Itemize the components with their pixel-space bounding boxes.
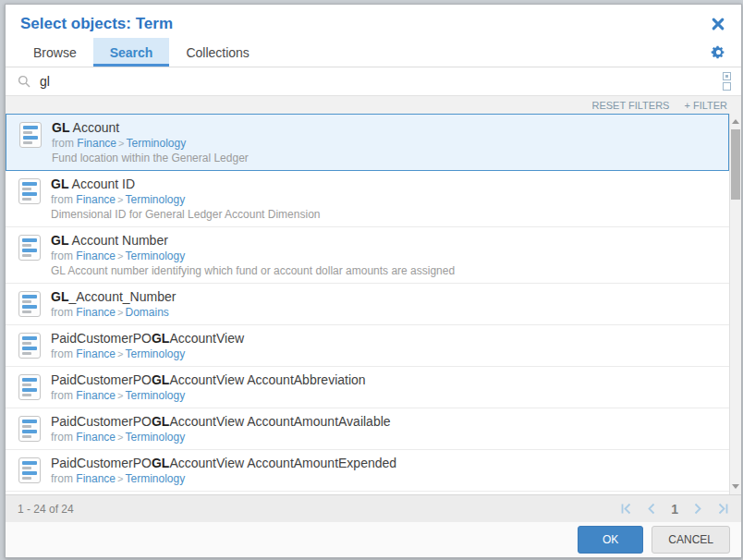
reset-filters-button[interactable]: RESET FILTERS: [591, 100, 669, 111]
dialog-title: Select objects: Term: [20, 15, 173, 33]
breadcrumb-parent-link[interactable]: Finance: [76, 472, 116, 485]
result-row[interactable]: PaidCustomerPOGLAccountView AccountBudge…: [6, 492, 729, 494]
close-icon: [712, 18, 725, 30]
result-row[interactable]: GL_Account_Number from Finance>Domains: [6, 284, 729, 325]
result-row[interactable]: GL Account from Finance>Terminology Fund…: [6, 114, 729, 171]
result-breadcrumb: from Finance>Terminology: [51, 471, 396, 486]
prev-page-icon: [647, 503, 655, 515]
scroll-up-icon[interactable]: [732, 119, 739, 124]
term-icon: [18, 178, 41, 204]
filter-bar: RESET FILTERS + FILTER: [6, 96, 741, 114]
add-filter-button[interactable]: + FILTER: [684, 100, 727, 111]
term-icon: [18, 235, 41, 261]
result-title: PaidCustomerPOGLAccountView AccountAmoun…: [51, 414, 391, 430]
breadcrumb-parent-link[interactable]: Finance: [77, 137, 116, 150]
current-page-number: 1: [671, 502, 678, 517]
term-icon: [18, 291, 41, 317]
breadcrumb-child-link[interactable]: Terminology: [126, 137, 186, 150]
result-title: GL_Account_Number: [51, 289, 176, 305]
tab-collections[interactable]: Collections: [169, 38, 265, 67]
term-icon: [18, 333, 41, 359]
search-bar: [6, 67, 741, 96]
result-breadcrumb: from Finance>Terminology: [51, 388, 366, 403]
term-icon: [19, 122, 42, 148]
result-row[interactable]: GL Account Number from Finance>Terminolo…: [6, 227, 729, 284]
first-page-icon: [620, 503, 631, 515]
prev-page-button[interactable]: [647, 503, 655, 515]
option-square-filled: [723, 72, 731, 80]
result-title: PaidCustomerPOGLAccountView AccountAmoun…: [51, 456, 396, 471]
next-page-button[interactable]: [694, 503, 702, 515]
result-description: Fund location within the General Ledger: [52, 151, 249, 165]
result-breadcrumb: from Finance>Domains: [51, 305, 176, 320]
breadcrumb-child-link[interactable]: Terminology: [125, 472, 185, 485]
last-page-icon: [718, 503, 729, 515]
results-rows: GL Account from Finance>Terminology Fund…: [6, 114, 729, 494]
breadcrumb-child-link[interactable]: Domains: [125, 306, 168, 319]
breadcrumb-parent-link[interactable]: Finance: [76, 431, 116, 444]
breadcrumb-parent-link[interactable]: Finance: [76, 306, 116, 319]
dialog-header: Select objects: Term: [6, 5, 741, 38]
cancel-button[interactable]: CANCEL: [652, 526, 730, 554]
term-icon: [18, 416, 41, 442]
search-input[interactable]: [38, 73, 723, 90]
tab-browse[interactable]: Browse: [17, 38, 93, 67]
scroll-down-icon[interactable]: [732, 484, 739, 489]
pagination-bar: 1 - 24 of 24 1: [6, 494, 741, 522]
result-title: GL Account: [52, 120, 249, 136]
select-objects-dialog: Select objects: Term Browse Search Colle…: [5, 4, 742, 558]
last-page-button[interactable]: [718, 503, 729, 515]
dialog-footer: OK CANCEL: [6, 522, 741, 557]
breadcrumb-parent-link[interactable]: Finance: [76, 389, 116, 402]
breadcrumb-child-link[interactable]: Terminology: [125, 250, 185, 262]
breadcrumb-child-link[interactable]: Terminology: [125, 389, 185, 402]
tab-bar: Browse Search Collections: [6, 38, 741, 67]
breadcrumb-parent-link[interactable]: Finance: [76, 193, 116, 206]
result-row[interactable]: PaidCustomerPOGLAccountView AccountAbbre…: [6, 367, 729, 408]
search-icon: [18, 75, 30, 88]
result-row[interactable]: PaidCustomerPOGLAccountView AccountAmoun…: [6, 408, 729, 450]
ok-button[interactable]: OK: [578, 526, 643, 554]
scrollbar-thumb[interactable]: [731, 129, 740, 200]
breadcrumb-parent-link[interactable]: Finance: [76, 250, 116, 262]
gear-icon: [711, 44, 726, 60]
tab-search[interactable]: Search: [93, 38, 170, 67]
result-row[interactable]: PaidCustomerPOGLAccountView AccountAmoun…: [6, 450, 729, 492]
term-icon: [18, 374, 41, 400]
term-icon: [18, 457, 41, 483]
result-description: GL Account number identifying which fund…: [51, 263, 455, 278]
result-breadcrumb: from Finance>Terminology: [51, 347, 244, 361]
result-breadcrumb: from Finance>Terminology: [51, 430, 391, 444]
breadcrumb-parent-link[interactable]: Finance: [76, 347, 116, 360]
option-square-empty: [723, 82, 731, 91]
settings-button[interactable]: [711, 44, 730, 60]
result-breadcrumb: from Finance>Terminology: [51, 249, 455, 263]
results-list: GL Account from Finance>Terminology Fund…: [6, 114, 741, 494]
breadcrumb-child-link[interactable]: Terminology: [125, 193, 185, 206]
first-page-button[interactable]: [620, 503, 631, 515]
result-row[interactable]: GL Account ID from Finance>Terminology D…: [6, 171, 729, 227]
result-title: GL Account Number: [51, 233, 455, 249]
result-row[interactable]: PaidCustomerPOGLAccountView from Finance…: [6, 325, 729, 367]
result-breadcrumb: from Finance>Terminology: [52, 136, 249, 151]
search-options-icon[interactable]: [723, 72, 731, 91]
scrollbar[interactable]: [729, 114, 741, 494]
result-description: Dimensional ID for General Ledger Accoun…: [51, 207, 320, 222]
result-title: PaidCustomerPOGLAccountView AccountAbbre…: [51, 372, 366, 388]
close-button[interactable]: [710, 16, 726, 32]
result-title: PaidCustomerPOGLAccountView: [51, 331, 244, 347]
pagination-range: 1 - 24 of 24: [18, 503, 74, 516]
result-breadcrumb: from Finance>Terminology: [51, 192, 320, 207]
breadcrumb-child-link[interactable]: Terminology: [125, 347, 185, 360]
breadcrumb-child-link[interactable]: Terminology: [125, 431, 185, 444]
next-page-icon: [694, 503, 702, 515]
result-title: GL Account ID: [51, 177, 320, 192]
